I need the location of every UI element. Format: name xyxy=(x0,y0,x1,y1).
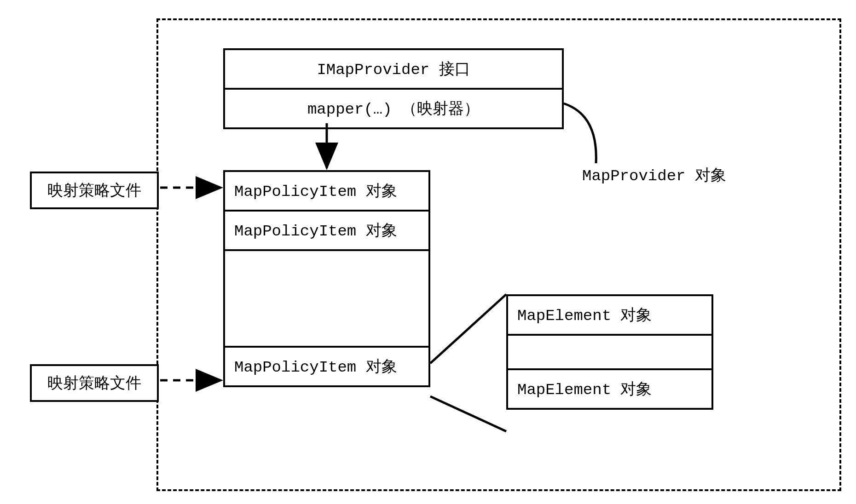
map-element-3: MapElement 对象 xyxy=(508,370,711,408)
external-policy-file-2-label: 映射策略文件 xyxy=(32,366,157,400)
policy-item-4: MapPolicyItem 对象 xyxy=(225,348,428,385)
policy-item-blank xyxy=(225,251,428,348)
map-element-1: MapElement 对象 xyxy=(508,296,711,336)
external-policy-file-1-label: 映射策略文件 xyxy=(32,173,157,207)
map-element-box: MapElement 对象 MapElement 对象 xyxy=(506,294,713,410)
mapper-label: mapper(…) （映射器） xyxy=(225,90,562,127)
map-element-blank xyxy=(508,336,711,370)
map-provider-object-label: MapProvider 对象 xyxy=(582,165,726,186)
imap-interface-label: IMapProvider 接口 xyxy=(225,50,562,90)
imap-provider-box: IMapProvider 接口 mapper(…) （映射器） xyxy=(223,48,564,129)
policy-item-2: MapPolicyItem 对象 xyxy=(225,212,428,251)
external-policy-file-2: 映射策略文件 xyxy=(30,364,159,402)
policy-item-1: MapPolicyItem 对象 xyxy=(225,172,428,212)
external-policy-file-1: 映射策略文件 xyxy=(30,172,159,209)
map-policy-item-box: MapPolicyItem 对象 MapPolicyItem 对象 MapPol… xyxy=(223,170,430,387)
